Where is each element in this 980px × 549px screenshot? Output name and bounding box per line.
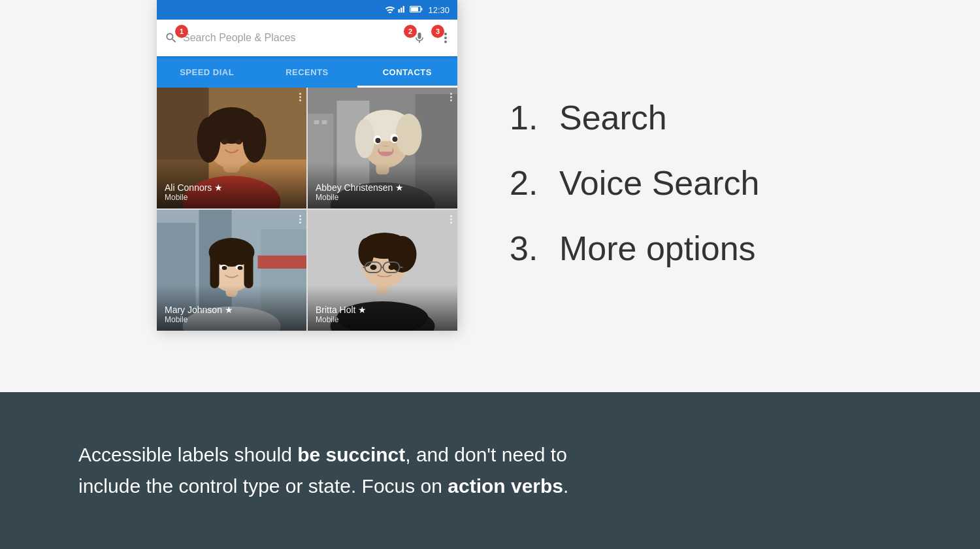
ali-card-dots <box>299 93 301 101</box>
contact-ali[interactable]: Ali Connors ★ Mobile <box>157 88 306 208</box>
search-bar[interactable]: 1 Search People & Places 2 3 <box>157 20 457 56</box>
dot1 <box>444 33 447 35</box>
feature-label-1: Search <box>559 98 667 137</box>
tab-speed-dial[interactable]: SPEED DIAL <box>157 56 257 88</box>
tab-recents[interactable]: RECENTS <box>257 56 357 88</box>
feature-label-2: Voice Search <box>559 163 759 203</box>
status-time: 12:30 <box>428 5 449 15</box>
phone-screen: 12:30 1 Search People & Places 2 <box>157 0 457 331</box>
svg-point-32 <box>393 137 398 142</box>
svg-point-25 <box>355 119 375 158</box>
svg-point-31 <box>376 138 381 143</box>
feature-item-2: 2. Voice Search <box>510 163 928 203</box>
britta-card-dots <box>450 215 452 224</box>
svg-point-13 <box>236 139 242 144</box>
svg-rect-2 <box>421 8 423 10</box>
search-badge: 1 <box>175 25 188 38</box>
contact-mary[interactable]: Mary Johnson ★ Mobile <box>157 210 306 331</box>
svg-point-26 <box>396 114 422 156</box>
feature-number-2: 2. <box>510 163 549 203</box>
signal-icon <box>398 5 407 15</box>
tabs-bar: SPEED DIAL RECENTS CONTACTS <box>157 56 457 88</box>
svg-rect-37 <box>258 256 307 269</box>
status-bar: 12:30 <box>157 0 457 20</box>
feature-list: 1. Search 2. Voice Search 3. More option… <box>457 0 980 392</box>
dot2 <box>444 37 447 39</box>
dot3 <box>444 41 447 43</box>
more-dots[interactable] <box>444 33 447 43</box>
britta-type: Mobile <box>316 315 449 324</box>
ali-name: Ali Connors ★ <box>165 182 299 193</box>
more-badge: 3 <box>431 25 444 38</box>
mary-info: Mary Johnson ★ Mobile <box>165 305 299 324</box>
abbey-type: Mobile <box>316 193 449 202</box>
contact-britta[interactable]: Britta Holt ★ Mobile <box>308 210 457 331</box>
svg-rect-1 <box>411 7 418 11</box>
britta-name: Britta Holt ★ <box>316 305 449 315</box>
svg-point-62 <box>370 265 377 270</box>
svg-rect-19 <box>314 120 319 124</box>
bottom-section: Accessible labels should be succinct, an… <box>0 392 980 549</box>
ali-info: Ali Connors ★ Mobile <box>165 182 299 202</box>
ali-type: Mobile <box>165 193 299 202</box>
main-area: 12:30 1 Search People & Places 2 <box>0 0 980 392</box>
phone-container: 12:30 1 Search People & Places 2 <box>157 0 457 392</box>
svg-rect-42 <box>210 246 220 288</box>
mary-type: Mobile <box>165 315 299 324</box>
bottom-text: Accessible labels should be succinct, an… <box>78 439 588 502</box>
feature-label-3: More options <box>559 229 756 268</box>
search-input[interactable]: Search People & Places <box>183 32 408 44</box>
status-icons: 12:30 <box>385 5 449 15</box>
svg-rect-43 <box>244 246 253 288</box>
battery-icon <box>410 5 423 15</box>
voice-badge: 2 <box>404 25 417 38</box>
svg-point-46 <box>222 266 227 270</box>
svg-point-10 <box>197 117 221 163</box>
svg-point-12 <box>221 139 228 144</box>
svg-point-47 <box>238 266 243 270</box>
tab-contacts[interactable]: CONTACTS <box>357 56 457 88</box>
abbey-info: Abbey Christensen ★ Mobile <box>316 182 449 202</box>
abbey-card-dots <box>450 93 452 101</box>
britta-info: Britta Holt ★ Mobile <box>316 305 449 324</box>
feature-item-3: 3. More options <box>510 229 928 268</box>
svg-point-11 <box>243 117 267 163</box>
feature-number-3: 3. <box>510 229 549 268</box>
svg-point-63 <box>389 265 395 270</box>
abbey-name: Abbey Christensen ★ <box>316 182 449 193</box>
svg-rect-20 <box>322 120 327 124</box>
mary-name: Mary Johnson ★ <box>165 305 299 315</box>
mary-card-dots <box>299 215 301 224</box>
feature-item-1: 1. Search <box>510 98 928 137</box>
svg-rect-28 <box>380 146 393 152</box>
contact-abbey[interactable]: Abbey Christensen ★ Mobile <box>308 88 457 208</box>
contacts-grid: Ali Connors ★ Mobile <box>157 88 457 331</box>
feature-number-1: 1. <box>510 98 549 137</box>
wifi-icon <box>385 5 395 15</box>
